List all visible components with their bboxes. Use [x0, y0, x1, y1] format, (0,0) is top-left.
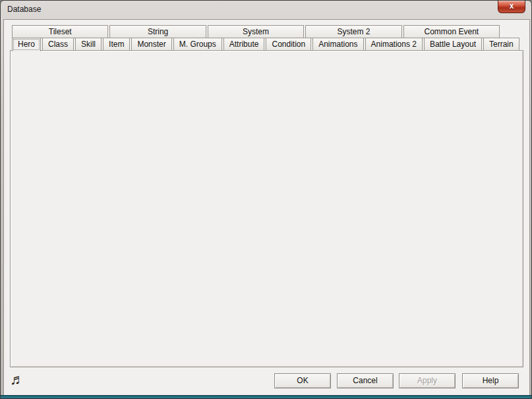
- tab-group[interactable]: Tileset: [12, 25, 108, 38]
- ok-button[interactable]: OK: [274, 373, 331, 388]
- apply-button[interactable]: Apply: [399, 373, 456, 388]
- window-title: Database: [7, 5, 41, 14]
- close-icon[interactable]: x: [498, 1, 525, 13]
- tab-section[interactable]: Condition: [266, 38, 311, 51]
- tab-section[interactable]: Terrain: [483, 38, 519, 51]
- tab-group[interactable]: System: [208, 25, 304, 38]
- tab-section[interactable]: Monster: [131, 38, 171, 51]
- window-bottom-edge: [1, 395, 531, 398]
- title-bar[interactable]: Database x: [1, 1, 531, 19]
- tab-section[interactable]: Animations 2: [365, 38, 423, 51]
- tab-row-sections: HeroClassSkillItemMonsterM. GroupsAttrib…: [12, 38, 519, 51]
- cancel-button[interactable]: Cancel: [337, 373, 394, 388]
- tab-section[interactable]: Animations: [312, 38, 363, 51]
- tab-row-groups: TilesetStringSystemSystem 2Common Event: [12, 25, 500, 38]
- hero-tab-panel: [10, 50, 523, 367]
- tab-section[interactable]: Attribute: [223, 38, 265, 51]
- database-window: Database x TilesetStringSystemSystem 2Co…: [0, 0, 532, 399]
- music-note-icon[interactable]: ♬: [10, 371, 24, 388]
- tab-group[interactable]: System 2: [305, 25, 401, 38]
- tab-section[interactable]: M. Groups: [173, 38, 222, 51]
- tab-group[interactable]: String: [109, 25, 206, 38]
- tab-section[interactable]: Item: [103, 38, 130, 51]
- tab-section[interactable]: Class: [42, 38, 74, 51]
- tab-group[interactable]: Common Event: [403, 25, 500, 38]
- tab-section[interactable]: Skill: [75, 38, 102, 51]
- tab-section[interactable]: Hero: [12, 38, 41, 51]
- tab-section[interactable]: Battle Layout: [424, 38, 482, 51]
- help-button[interactable]: Help: [462, 373, 519, 388]
